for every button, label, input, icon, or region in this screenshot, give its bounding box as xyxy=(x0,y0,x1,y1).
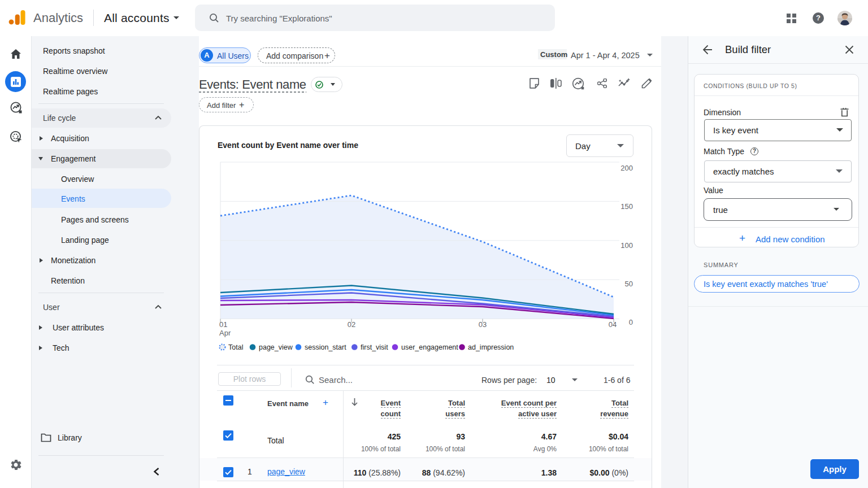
svg-text:first_visit: first_visit xyxy=(361,343,388,351)
svg-text:04: 04 xyxy=(609,320,617,329)
svg-text:Apr: Apr xyxy=(219,329,231,337)
svg-text:ad_impression: ad_impression xyxy=(468,343,514,351)
svg-text:02: 02 xyxy=(348,320,355,329)
svg-text:150: 150 xyxy=(620,202,633,211)
svg-text:100: 100 xyxy=(620,241,633,250)
svg-text:user_engagement: user_engagement xyxy=(401,343,458,351)
svg-text:Total: Total xyxy=(228,343,243,351)
svg-text:0: 0 xyxy=(629,318,633,326)
svg-text:50: 50 xyxy=(625,280,633,288)
svg-text:200: 200 xyxy=(620,164,633,172)
svg-text:01: 01 xyxy=(219,320,227,329)
svg-text:03: 03 xyxy=(479,320,487,329)
svg-text:Event count by Event name over: Event count by Event name over time xyxy=(218,141,358,150)
svg-text:page_view: page_view xyxy=(259,343,293,351)
svg-text:session_start: session_start xyxy=(305,343,346,351)
